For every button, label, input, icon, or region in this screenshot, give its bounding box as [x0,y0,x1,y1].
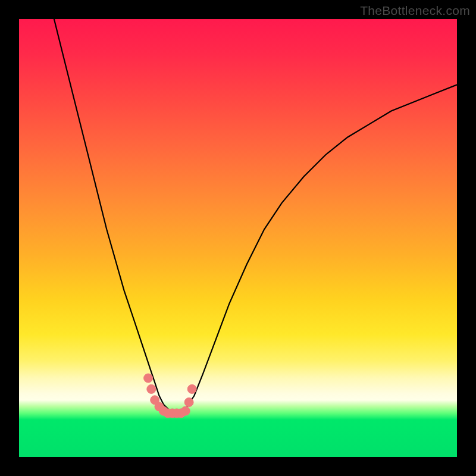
highlight-dot [144,374,153,383]
chart-frame: TheBottleneck.com [0,0,476,476]
highlight-dot [147,384,156,393]
watermark-label: TheBottleneck.com [360,4,470,18]
highlight-dot [187,384,196,393]
plot-area [19,19,457,457]
highlight-points [144,374,197,418]
curve-layer [19,19,457,457]
highlight-dot [181,406,190,415]
bottleneck-curve [54,19,457,413]
highlight-dot [184,398,193,407]
